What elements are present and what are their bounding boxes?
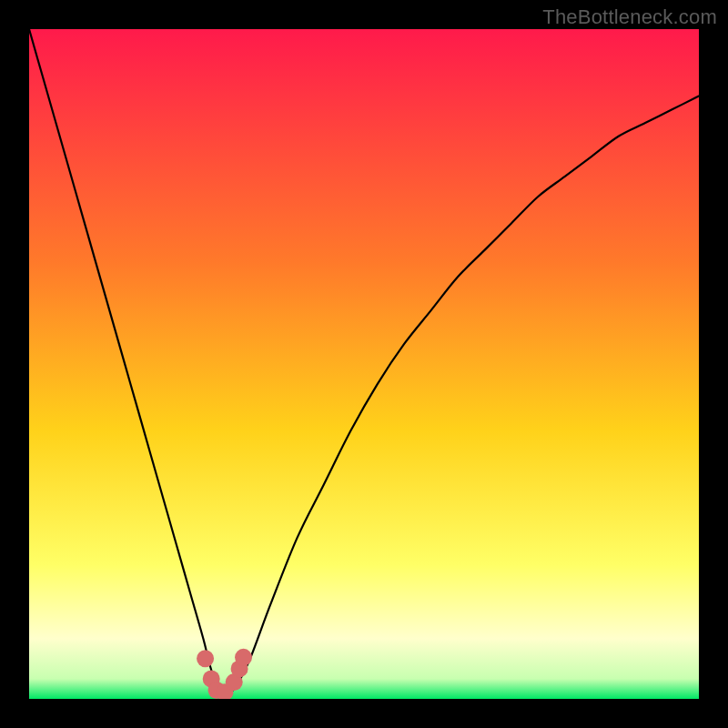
bottleneck-chart [29, 29, 699, 699]
watermark-text: TheBottleneck.com [542, 5, 717, 29]
chart-frame: TheBottleneck.com [0, 0, 728, 728]
highlight-marker [197, 650, 214, 667]
gradient-background [29, 29, 699, 699]
highlight-marker [235, 649, 252, 666]
